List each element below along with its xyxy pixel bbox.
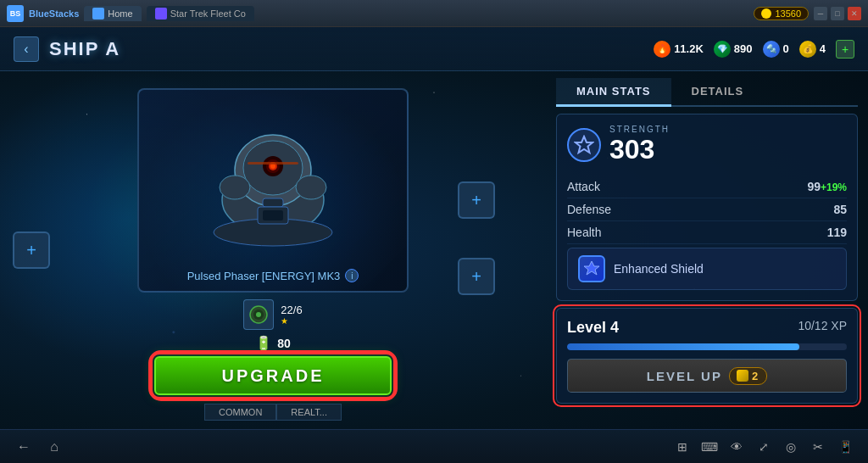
resource-fuel: 🔥 11.2K	[654, 41, 704, 58]
svg-point-16	[256, 312, 261, 317]
component-icon	[243, 299, 274, 330]
resource-metal: 🔩 0	[763, 41, 789, 58]
slot-left-button[interactable]: +	[13, 232, 50, 269]
tab-details[interactable]: DETAILS	[671, 78, 765, 107]
component-row: 22/6 ★	[243, 299, 302, 330]
stats-panel: STRENGTH 303 Attack 99+19% Defense 85 He…	[556, 114, 858, 301]
tab-realty[interactable]: REALT...	[276, 404, 342, 421]
main-content: + + +	[0, 71, 868, 429]
bluestacks-logo: BS	[7, 5, 24, 22]
ability-row: Enhanced Shield	[567, 248, 847, 290]
cost-icon	[737, 370, 748, 382]
defense-value: 85	[833, 203, 847, 216]
crystal-value: 890	[734, 42, 753, 55]
slot-right-top-button[interactable]: +	[458, 181, 495, 219]
health-label: Health	[567, 226, 601, 239]
title-bar: BS BlueStacks Home Star Trek Fleet Co 13…	[0, 0, 868, 27]
svg-rect-11	[263, 198, 283, 207]
tab-main-stats[interactable]: MAIN STATS	[556, 78, 671, 107]
cost-badge: 2	[729, 367, 767, 385]
game-icon	[155, 8, 167, 20]
slot-right-bot-button[interactable]: +	[458, 258, 495, 295]
tab-game-label: Star Trek Fleet Co	[170, 8, 246, 19]
grid-icon[interactable]: ⊞	[673, 438, 692, 456]
page-title: SHIP A	[49, 38, 120, 60]
page-header: ‹ SHIP A 🔥 11.2K 💎 890 🔩 0 💰 4 +	[0, 27, 868, 71]
phone-icon[interactable]: 📱	[836, 438, 854, 456]
resource-latinum: 💰 4	[799, 41, 826, 58]
coin-icon	[761, 8, 771, 19]
svg-rect-7	[248, 162, 298, 165]
component-info: 22/6 ★	[281, 304, 302, 326]
window-controls[interactable]: ─ □ ✕	[814, 7, 861, 20]
stat-defense: Defense 85	[567, 198, 847, 221]
fuel-icon: 🔥	[654, 41, 670, 58]
strength-icon	[567, 128, 601, 162]
svg-point-9	[220, 176, 250, 199]
left-panel: + + +	[0, 71, 546, 429]
minimize-button[interactable]: ─	[814, 7, 827, 20]
tab-game[interactable]: Star Trek Fleet Co	[147, 6, 254, 21]
levelup-button[interactable]: LEVEL UP 2	[567, 359, 847, 393]
ship-controls: 22/6 ★ 🔋 80 UPGRADE COMMON REALT...	[8, 299, 537, 421]
tab-common[interactable]: COMMON	[204, 404, 276, 421]
game-area: ‹ SHIP A 🔥 11.2K 💎 890 🔩 0 💰 4 + + + +	[0, 27, 868, 463]
maximize-button[interactable]: □	[831, 7, 844, 20]
resource-crystal: 💎 890	[714, 41, 753, 58]
cost-value: 80	[277, 337, 291, 350]
back-nav-button[interactable]: ←	[14, 437, 34, 457]
latinum-value: 4	[820, 42, 826, 55]
bottom-tabs: COMMON REALT...	[204, 404, 342, 421]
xp-display: 10/12 XP	[798, 319, 847, 337]
back-button[interactable]: ‹	[14, 36, 39, 62]
levelup-panel: Level 4 10/12 XP LEVEL UP 2	[556, 308, 858, 404]
ship-image	[188, 107, 358, 259]
xp-fill	[567, 343, 799, 350]
defense-label: Defense	[567, 203, 611, 216]
strength-value: 303	[609, 134, 670, 165]
ability-name: Enhanced Shield	[614, 262, 704, 276]
brand-label: BlueStacks	[29, 8, 79, 19]
scissors-icon[interactable]: ✂	[809, 438, 827, 456]
svg-point-10	[296, 176, 326, 199]
component-count: 22/6	[281, 304, 302, 316]
strength-label: STRENGTH	[609, 125, 670, 134]
health-value: 119	[827, 226, 847, 239]
ship-name: Pulsed Phaser [ENERGY] MK3 i	[139, 269, 407, 282]
level-label: Level 4	[567, 319, 619, 337]
svg-rect-13	[263, 210, 283, 220]
tab-home-label: Home	[108, 8, 132, 19]
ability-icon	[578, 255, 605, 282]
home-nav-button[interactable]: ⌂	[44, 437, 64, 457]
metal-value: 0	[783, 42, 789, 55]
add-resource-button[interactable]: +	[836, 40, 854, 59]
ship-display: Pulsed Phaser [ENERGY] MK3 i	[137, 88, 409, 293]
strength-info: STRENGTH 303	[609, 125, 670, 165]
eye-icon[interactable]: 👁	[727, 438, 746, 456]
levelup-label: LEVEL UP	[647, 369, 722, 383]
location-icon[interactable]: ◎	[782, 438, 800, 456]
level-header: Level 4 10/12 XP	[567, 319, 847, 337]
metal-icon: 🔩	[763, 41, 780, 58]
upgrade-container: UPGRADE	[154, 356, 392, 395]
coins-display: 13560	[754, 7, 809, 20]
tab-home[interactable]: Home	[84, 6, 141, 21]
home-icon	[92, 8, 104, 20]
xp-bar	[567, 343, 847, 350]
cost-row: 🔋 80	[255, 335, 291, 351]
fullscreen-icon[interactable]: ⤢	[754, 438, 773, 456]
latinum-icon: 💰	[799, 41, 816, 58]
keyboard-icon[interactable]: ⌨	[700, 438, 719, 456]
coins-value: 13560	[775, 8, 801, 19]
stats-tabs: MAIN STATS DETAILS	[556, 78, 858, 107]
cost-icon: 🔋	[255, 335, 272, 351]
close-button[interactable]: ✕	[848, 7, 861, 20]
info-icon[interactable]: i	[345, 269, 359, 282]
sys-icons: ⊞ ⌨ 👁 ⤢ ◎ ✂ 📱	[673, 438, 854, 456]
crystal-icon: 💎	[714, 41, 731, 58]
upgrade-button[interactable]: UPGRADE	[154, 356, 392, 395]
nav-icons: ← ⌂	[14, 437, 64, 457]
stat-health: Health 119	[567, 221, 847, 244]
component-stars: ★	[281, 316, 302, 326]
fuel-value: 11.2K	[674, 42, 704, 55]
